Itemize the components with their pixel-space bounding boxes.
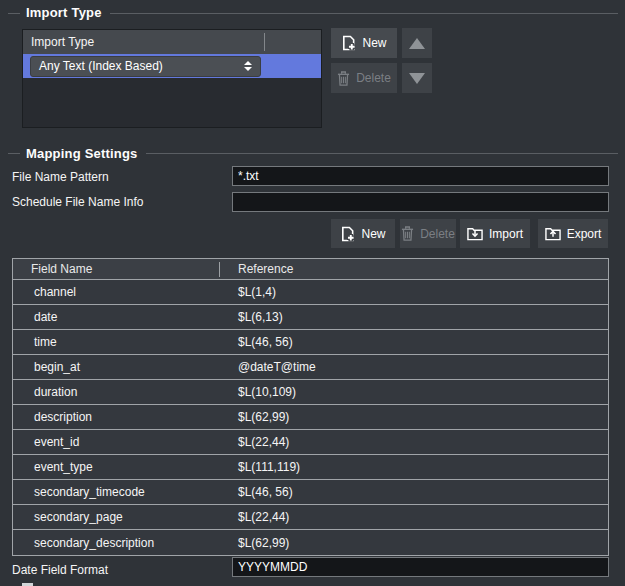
import-type-new-button[interactable]: New	[331, 28, 397, 58]
up-arrow-icon	[409, 38, 425, 49]
groupbox-line-left	[8, 153, 20, 154]
table-row[interactable]: channel $L(1,4)	[13, 280, 608, 305]
trash-icon	[401, 226, 414, 241]
column-divider	[264, 33, 265, 51]
move-up-button[interactable]	[402, 28, 432, 58]
field-name-cell: description	[13, 410, 219, 424]
table-row[interactable]: description $L(62,99)	[13, 405, 608, 430]
table-row[interactable]: duration $L(10,109)	[13, 380, 608, 405]
import-type-group-title: Import Type	[26, 5, 102, 20]
groupbox-line-right	[110, 13, 618, 14]
field-name-cell: secondary_description	[13, 536, 219, 550]
reference-cell: $L(46, 56)	[219, 485, 608, 499]
field-name-cell: event_type	[13, 460, 219, 474]
reference-cell: $L(22,44)	[219, 510, 608, 524]
reference-cell: $L(22,44)	[219, 435, 608, 449]
date-field-format-label: Date Field Format	[12, 563, 108, 577]
schedule-file-name-info-label: Schedule File Name Info	[12, 195, 143, 209]
field-name-cell: event_id	[13, 435, 219, 449]
reference-cell: $L(62,99)	[219, 410, 608, 424]
import-type-delete-button[interactable]: Delete	[331, 63, 397, 93]
export-button[interactable]: Export	[538, 219, 608, 248]
import-button[interactable]: Import	[460, 219, 530, 248]
table-row[interactable]: time $L(46, 56)	[13, 330, 608, 355]
down-arrow-icon	[409, 73, 425, 84]
new-document-icon	[341, 35, 356, 51]
table-row[interactable]: begin_at @dateT@time	[13, 355, 608, 380]
new-button-label: New	[361, 227, 385, 241]
groupbox-line-right	[146, 153, 618, 154]
field-name-cell: time	[13, 335, 219, 349]
mapping-table: Field Name Reference channel $L(1,4) dat…	[12, 258, 609, 556]
delete-button-label: Delete	[356, 71, 391, 85]
reference-cell: $L(62,99)	[219, 536, 608, 550]
folder-import-icon	[467, 227, 483, 241]
import-type-combobox[interactable]: Any Text (Index Based)	[30, 56, 261, 77]
table-row[interactable]: secondary_description $L(62,99)	[13, 530, 608, 555]
field-name-cell: channel	[13, 285, 219, 299]
new-document-icon	[340, 226, 355, 242]
import-type-table: Import Type Any Text (Index Based)	[22, 29, 322, 128]
mapping-delete-button[interactable]: Delete	[400, 219, 456, 248]
delete-button-label: Delete	[420, 227, 455, 241]
field-name-cell: secondary_timecode	[13, 485, 219, 499]
field-name-cell: duration	[13, 385, 219, 399]
file-name-pattern-input[interactable]	[232, 166, 609, 186]
file-name-pattern-label: File Name Pattern	[12, 170, 109, 184]
field-name-cell: secondary_page	[13, 510, 219, 524]
reference-cell: $L(46, 56)	[219, 335, 608, 349]
field-name-cell: date	[13, 310, 219, 324]
reference-column-header: Reference	[219, 262, 608, 276]
import-type-table-header: Import Type	[23, 30, 321, 54]
mapping-new-button[interactable]: New	[331, 219, 395, 248]
reference-cell: $L(111,119)	[219, 460, 608, 474]
move-down-button[interactable]	[402, 63, 432, 93]
mapping-settings-group-title: Mapping Settings	[26, 146, 138, 161]
export-button-label: Export	[567, 227, 602, 241]
import-button-label: Import	[489, 227, 523, 241]
folder-export-icon	[545, 227, 561, 241]
reference-cell: $L(6,13)	[219, 310, 608, 324]
combobox-selected-label: Any Text (Index Based)	[39, 59, 163, 73]
field-name-column-header: Field Name	[13, 262, 219, 276]
table-row[interactable]: secondary_timecode $L(46, 56)	[13, 480, 608, 505]
table-row[interactable]: date $L(6,13)	[13, 305, 608, 330]
field-name-cell: begin_at	[13, 360, 219, 374]
schedule-file-name-info-input[interactable]	[232, 192, 609, 212]
new-button-label: New	[362, 36, 386, 50]
reference-cell: @dateT@time	[219, 360, 608, 374]
table-row[interactable]: secondary_page $L(22,44)	[13, 505, 608, 530]
date-field-format-input[interactable]	[232, 557, 609, 577]
reference-cell: $L(1,4)	[219, 285, 608, 299]
mapping-table-header: Field Name Reference	[13, 259, 608, 280]
column-divider	[219, 262, 220, 277]
groupbox-line-left	[8, 13, 20, 14]
updown-arrows-icon	[244, 61, 252, 71]
table-row[interactable]: event_type $L(111,119)	[13, 455, 608, 480]
import-type-column-header: Import Type	[31, 35, 94, 49]
trash-icon	[337, 71, 350, 86]
table-row[interactable]: event_id $L(22,44)	[13, 430, 608, 455]
import-type-selected-row[interactable]: Any Text (Index Based)	[23, 54, 321, 78]
reference-cell: $L(10,109)	[219, 385, 608, 399]
